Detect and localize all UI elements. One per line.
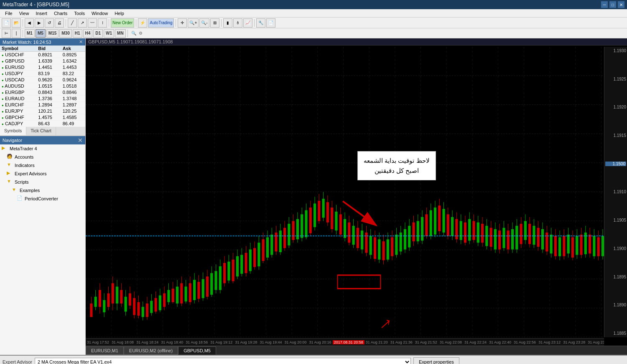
market-watch-row[interactable]: ● EURAUD 1.3736 1.3748	[0, 96, 85, 102]
status-dot: ●	[2, 66, 4, 70]
chart-tab-gbpusd-m5[interactable]: GBPUSD,M5	[178, 346, 216, 355]
market-watch-row[interactable]: ● USDCAD 0.9620 0.9624	[0, 77, 85, 83]
market-watch: Market Watch: 16:24:53 ✕ Symbol Bid Ask …	[0, 38, 85, 136]
menu-tools[interactable]: Tools	[71, 10, 88, 17]
market-watch-close[interactable]: ✕	[79, 39, 83, 45]
linechart-button[interactable]: 📈	[243, 18, 252, 28]
tab-tick-chart[interactable]: Tick Chart	[26, 127, 56, 135]
wave-button[interactable]: 〰	[88, 18, 97, 28]
nav-scripts-label: Scripts	[15, 179, 29, 185]
cursor-tool[interactable]: |	[12, 29, 21, 38]
time-6: 31 Aug 19:12	[209, 340, 234, 344]
line-tool[interactable]: ⊢	[2, 29, 11, 38]
crosshair-button[interactable]: ✛	[178, 18, 187, 28]
close-button[interactable]: ✕	[618, 1, 624, 8]
menu-view[interactable]: View	[16, 10, 33, 17]
zoomout-button[interactable]: 🔍-	[199, 18, 209, 28]
prev-button[interactable]: ◀	[25, 18, 34, 28]
template-button[interactable]: 📄	[266, 18, 275, 28]
tf-m30[interactable]: M30	[59, 29, 71, 38]
sep1	[23, 19, 23, 27]
mw-symbol: ● CADJPY	[0, 121, 36, 127]
menu-insert[interactable]: Insert	[32, 10, 51, 17]
status-dot: ●	[2, 53, 4, 57]
settings-icon: ⚙	[139, 31, 143, 35]
refresh-button[interactable]: ↺	[45, 18, 54, 28]
autotrading-button[interactable]: AutoTrading	[148, 18, 174, 28]
market-watch-row[interactable]: ● EURUSD 1.4451 1.4453	[0, 64, 85, 71]
mw-bid: 0.8921	[36, 52, 61, 58]
time-12: 31 Aug 21:20	[364, 340, 389, 344]
tf-m15[interactable]: M15	[46, 29, 59, 38]
expert-button[interactable]: ⚡	[138, 18, 147, 28]
nav-indicators[interactable]: ▼ Indicators	[0, 161, 85, 169]
ea-dropdown[interactable]: 2 MA Crosses Mega filter EA V1.ex4	[35, 358, 411, 364]
status-dot: ●	[2, 116, 4, 120]
tf-h1[interactable]: H1	[73, 29, 82, 38]
market-watch-row[interactable]: ● GBPCHF 1.4575 1.4585	[0, 114, 85, 121]
market-watch-row[interactable]: ● EURCHF 1.2894 1.2897	[0, 102, 85, 108]
zoomin-button[interactable]: 🔍+	[188, 18, 199, 28]
tab-symbols[interactable]: Symbols	[0, 127, 26, 135]
nav-period-converter[interactable]: 📄 PeriodConverter	[0, 195, 85, 203]
menu-window[interactable]: Window	[88, 10, 111, 17]
candle-button[interactable]: 🕯	[233, 18, 242, 28]
status-dot: ●	[2, 91, 4, 95]
tf-m5[interactable]: M5	[36, 29, 46, 38]
mw-symbol: ● AUDUSD	[0, 83, 36, 89]
tf-w1[interactable]: W1	[104, 29, 114, 38]
next-button[interactable]: ▶	[35, 18, 44, 28]
market-watch-row[interactable]: ● CADJPY 86.43 86.49	[0, 121, 85, 127]
sep5	[176, 19, 176, 27]
nav-expert-advisors[interactable]: ▶ Expert Advisors	[0, 169, 85, 178]
chart-tab-eurusd-m1[interactable]: EURUSD,M1	[86, 346, 124, 355]
maximize-button[interactable]: □	[609, 1, 616, 8]
mw-bid: 1.2894	[36, 102, 61, 108]
mw-bid: 1.0515	[36, 83, 61, 89]
market-watch-row[interactable]: ● EURGBP 0.8843 0.8846	[0, 89, 85, 96]
line-button[interactable]: ╱	[68, 18, 77, 28]
market-watch-row[interactable]: ● AUDUSD 1.0515 1.0518	[0, 83, 85, 89]
menu-charts[interactable]: Charts	[51, 10, 71, 17]
mw-bid: 0.9620	[36, 77, 61, 83]
chart-tab-eurusd-m2[interactable]: EURUSD,M2 (offline)	[124, 346, 178, 355]
menu-help[interactable]: Help	[111, 10, 127, 17]
tf-m1[interactable]: M1	[25, 29, 35, 38]
indicator-button[interactable]: 🔧	[256, 18, 265, 28]
print-button[interactable]: 🖨	[55, 18, 64, 28]
market-watch-row[interactable]: ● GBPUSD 1.6339 1.6342	[0, 58, 85, 64]
properties-button[interactable]: ⊞	[210, 18, 219, 28]
expert-properties-button[interactable]: Expert properties	[413, 357, 459, 364]
titlebar: MetaTrader 4 - [GBPUSD,M5] ─ □ ✕	[0, 0, 627, 9]
time-5: 31 Aug 18:56	[184, 340, 209, 344]
tf-mn[interactable]: MN	[115, 29, 126, 38]
mw-ask: 1.2897	[61, 102, 85, 108]
open-button[interactable]: 📂	[12, 18, 21, 28]
period-button[interactable]: ⁞	[98, 18, 107, 28]
tf-d1[interactable]: D1	[93, 29, 103, 38]
menu-file[interactable]: File	[2, 10, 16, 17]
sep2	[66, 19, 66, 27]
market-watch-row[interactable]: ● USDCHF 0.8921 0.8925	[0, 52, 85, 58]
new-order-button[interactable]: New Order	[111, 18, 134, 28]
market-watch-body: ● USDCHF 0.8921 0.8925 ● GBPUSD 1.6339 1…	[0, 52, 85, 127]
price-1900: 1.1900	[605, 246, 626, 251]
minimize-button[interactable]: ─	[601, 1, 608, 8]
nav-metatrader4[interactable]: ▶ MetaTrader 4	[0, 144, 85, 153]
bar-button[interactable]: ▮	[223, 18, 232, 28]
nav-examples[interactable]: ▼ Examples	[0, 186, 85, 195]
time-18: 31 Aug 22:56	[512, 340, 537, 344]
svg-line-245	[343, 201, 376, 225]
chart-svg: →	[86, 47, 619, 337]
market-watch-row[interactable]: ● USDJPY 83.19 83.22	[0, 71, 85, 77]
tf-h4[interactable]: H4	[83, 29, 93, 38]
chart-canvas[interactable]: → لاحظ توقيت بداية الشمعه اصبح كل دقيقتي…	[86, 47, 619, 337]
navigator-close[interactable]: ✕	[78, 137, 83, 144]
arrow-button[interactable]: ↗	[78, 18, 87, 28]
market-watch-row[interactable]: ● EURJPY 120.21 120.25	[0, 108, 85, 114]
nav-accounts[interactable]: 🧑 Accounts	[0, 153, 85, 161]
new-button[interactable]: 📄	[2, 18, 11, 28]
mw-symbol: ● GBPUSD	[0, 58, 36, 64]
nav-scripts[interactable]: ▼ Scripts	[0, 178, 85, 186]
market-watch-title: Market Watch: 16:24:53	[3, 40, 51, 45]
